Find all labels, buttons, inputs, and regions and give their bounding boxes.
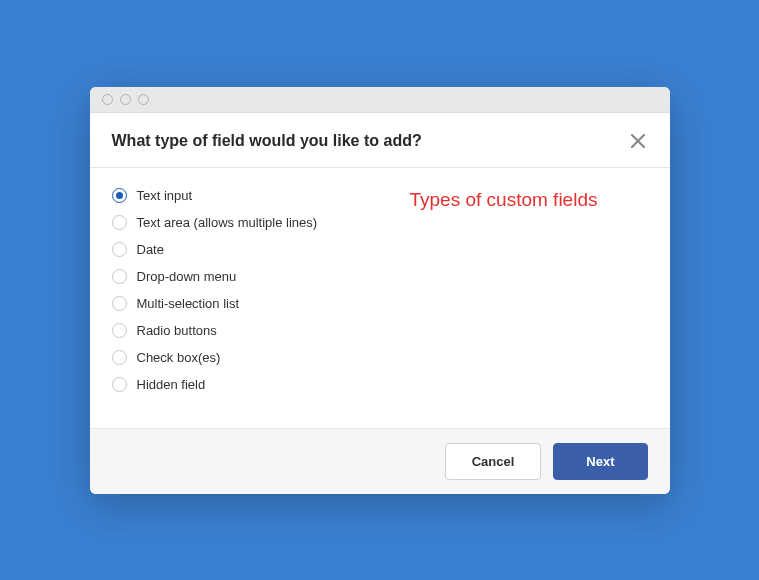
radio-icon bbox=[112, 323, 127, 338]
titlebar bbox=[90, 87, 670, 113]
radio-icon bbox=[112, 350, 127, 365]
radio-label: Hidden field bbox=[137, 377, 206, 392]
dialog-title: What type of field would you like to add… bbox=[112, 132, 422, 150]
radio-label: Date bbox=[137, 242, 164, 257]
radio-icon bbox=[112, 377, 127, 392]
radio-label: Text input bbox=[137, 188, 193, 203]
radio-option[interactable]: Radio buttons bbox=[112, 323, 648, 338]
radio-label: Multi-selection list bbox=[137, 296, 240, 311]
radio-icon bbox=[112, 269, 127, 284]
radio-label: Text area (allows multiple lines) bbox=[137, 215, 318, 230]
radio-option[interactable]: Drop-down menu bbox=[112, 269, 648, 284]
annotation-label: Types of custom fields bbox=[410, 186, 610, 215]
dialog-footer: Cancel Next bbox=[90, 428, 670, 494]
radio-option[interactable]: Multi-selection list bbox=[112, 296, 648, 311]
close-button[interactable] bbox=[628, 131, 648, 151]
radio-icon bbox=[112, 215, 127, 230]
traffic-light-zoom[interactable] bbox=[138, 94, 149, 105]
radio-option[interactable]: Text area (allows multiple lines) bbox=[112, 215, 648, 230]
cancel-button[interactable]: Cancel bbox=[445, 443, 542, 480]
dialog-header: What type of field would you like to add… bbox=[90, 113, 670, 168]
radio-label: Drop-down menu bbox=[137, 269, 237, 284]
window-frame: What type of field would you like to add… bbox=[90, 87, 670, 494]
radio-label: Check box(es) bbox=[137, 350, 221, 365]
traffic-light-minimize[interactable] bbox=[120, 94, 131, 105]
radio-label: Radio buttons bbox=[137, 323, 217, 338]
radio-icon bbox=[112, 296, 127, 311]
field-type-radio-group: Text inputText area (allows multiple lin… bbox=[112, 188, 648, 392]
radio-icon bbox=[112, 242, 127, 257]
next-button[interactable]: Next bbox=[553, 443, 647, 480]
radio-option[interactable]: Hidden field bbox=[112, 377, 648, 392]
dialog-body: Text inputText area (allows multiple lin… bbox=[90, 168, 670, 428]
radio-icon bbox=[112, 188, 127, 203]
traffic-light-close[interactable] bbox=[102, 94, 113, 105]
close-icon bbox=[630, 133, 646, 149]
radio-option[interactable]: Check box(es) bbox=[112, 350, 648, 365]
radio-option[interactable]: Date bbox=[112, 242, 648, 257]
